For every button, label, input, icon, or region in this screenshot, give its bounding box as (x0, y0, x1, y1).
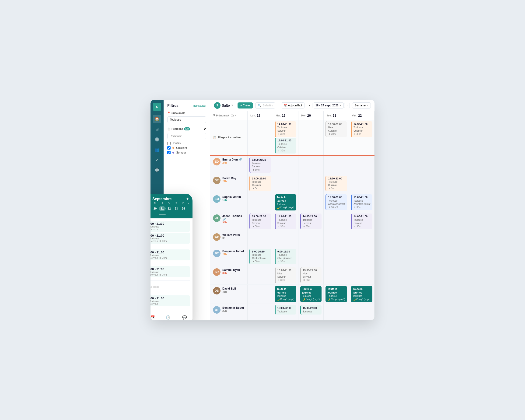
samuel-tue: 13:00-21:00 Nice Serveur ⏸ 30m (273, 266, 299, 284)
sidebar-icon-chat[interactable]: 💬 (153, 166, 161, 175)
mobile-shift-time-lun-1: 13:00 - 21:30 (150, 222, 188, 225)
mobile-nav-messager[interactable]: 💬 Messager (180, 315, 189, 320)
jacob-tue: 14:00-21:00 Toulouse Serveur ⏸ 30m (273, 212, 299, 231)
org-name: S Salto ∨ (214, 102, 233, 109)
prev-week-button[interactable]: ‹ (307, 103, 312, 108)
gaps-wed (299, 120, 324, 155)
sidebar-icon-check[interactable]: ✓ (153, 156, 161, 164)
sidebar-icon-clock[interactable]: 🕐 (153, 135, 161, 144)
employee-row-david: DB David Bell 35h Toute la journée Toulo… (210, 285, 375, 304)
sarah-wed (299, 174, 324, 193)
org-dropdown-icon[interactable]: ∨ (231, 104, 233, 107)
mobile-wnum-24[interactable]: 24 (180, 206, 187, 211)
mobile-day-mer: Mer 20 6h30 14:00 - 21:00 📍Toulouse 👥Ser… (150, 264, 190, 281)
next-week-button[interactable]: › (344, 103, 350, 108)
mobile-shift-mar-1[interactable]: 14:00 - 21:00 📍Toulouse 👥Serveur ⏸30m (150, 249, 190, 261)
desktop-app: S 🏠 ⊞ 🕐 👥 ✓ 💬 Filtres Réinitialiser 📍 Su… (150, 100, 375, 320)
positions-collapse[interactable]: ∨ (204, 127, 206, 131)
benjamin2-shift-wed[interactable]: 15:00-22:00 Toulouse (300, 305, 322, 314)
mobile-wnum-23[interactable]: 23 (173, 206, 180, 211)
mobile-day-lun: Lun 18 8h00 13:00 - 21:30 📍Toulouse 👥Ser… (150, 218, 190, 247)
sarah-mon: 13:00-21:00 Toulouse Cuisinier ⏸ 3m (248, 174, 273, 193)
gap-shift-thu[interactable]: 13:30-21:00 Nice Cuisinier ⏸ 30m (326, 121, 347, 137)
create-button[interactable]: + Créer (237, 103, 253, 109)
filter-checkbox-serveur[interactable] (167, 151, 170, 154)
samuel-fri (349, 266, 375, 284)
david-mon (248, 285, 273, 304)
nav-arrows: ‹ 18 - 24 sept. 2023 ∨ › (307, 103, 350, 109)
mobile-shift-ven-1[interactable]: 14:00 - 21:00 📍Toulouse 👥Serveur (150, 295, 190, 306)
samuel-shift-wed[interactable]: 13:00-21:00 Nice Serveur ⏸ 30m (300, 267, 322, 283)
jacob-shift-fri[interactable]: 14:00-21:00 Toulouse Serveur ⏸ 30m (351, 214, 372, 229)
mobile-nav-icon-messager: 💬 (182, 315, 187, 320)
filter-label-serveur: Serveur (176, 151, 186, 154)
employee-name-sophia: Sophia Martin (222, 195, 241, 199)
mobile-next-week[interactable]: › (188, 201, 189, 205)
employee-name-william: William Perez (222, 233, 240, 237)
employee-info-david: David Bell 35h (222, 287, 236, 293)
benjamin2-fri (349, 304, 375, 320)
gaps-fri: 14:30-21:00 Toulouse Cuisinier ⏸ 30m (349, 120, 375, 155)
mobile-indicator (150, 213, 193, 218)
mobile-wday-s: S (173, 202, 180, 205)
filter-checkbox-toutes[interactable] (167, 142, 170, 145)
mobile-nav-planning[interactable]: 📅 Planning (150, 315, 157, 320)
succursale-select[interactable]: Toulouse (167, 116, 206, 123)
david-shift-wed[interactable]: Toute la journée Toulouse 🌙 Congé (payé) (300, 286, 322, 302)
mobile-shift-lun-1[interactable]: 13:00 - 21:30 📍Toulouse 👥Serveur (150, 221, 190, 232)
emma-thu (324, 156, 349, 174)
filter-checkbox-cuisinier[interactable] (167, 146, 170, 149)
mobile-shift-role-mer-1: 👥Serveur ⏸30m (150, 273, 188, 276)
today-button[interactable]: 📅 Aujourd'hui (281, 103, 304, 109)
benjamin1-shift-tue[interactable]: 9:00-16:30 Toulouse Chef pâtissier ⏸ 30m (275, 249, 296, 264)
jacob-shift-wed[interactable]: 14:00-21:00 Toulouse Serveur ⏸ 30m (300, 214, 322, 229)
mobile-shift-lun-2[interactable]: 14:00 - 21:00 📍Toulouse 👥Serveur ⏸30m (150, 233, 190, 243)
jacob-shift-mon[interactable]: 13:00-21:30 Toulouse Serveur ⏸ 30m (249, 214, 271, 229)
gap-shift-tue-1[interactable]: 14:00-21:00 Toulouse Serveur ⏸ 30m (275, 121, 296, 137)
sidebar-icon-users[interactable]: 👥 (153, 146, 161, 154)
positions-search[interactable] (167, 133, 206, 139)
benjamin1-thu (324, 247, 349, 266)
benjamin2-thu (324, 304, 349, 320)
mobile-wnum-21[interactable]: 21 (159, 206, 166, 211)
dot-cuisinier (172, 147, 174, 149)
sort-header[interactable]: ⇅ Prénom (A - Z) ∨ (210, 111, 248, 120)
sarah-shift-thu[interactable]: 13:30-21:00 Toulouse Cuisinier ⏸ 3m (326, 176, 347, 191)
mobile-nav-icon-planning: 📅 (150, 315, 155, 320)
filters-title: Filtres (167, 104, 178, 108)
gap-shift-fri[interactable]: 14:30-21:00 Toulouse Cuisinier ⏸ 30m (351, 121, 372, 137)
sophia-shift-tue[interactable]: Toute la journée Toulouse 🌙 Congé (payé) (275, 194, 296, 210)
david-shift-thu[interactable]: Toute la journée Toulouse 🌙 Congé (payé) (326, 286, 347, 302)
emma-shift-mon[interactable]: 13:00-21:30 Toulouse Serveur ⏸ 30m (249, 157, 271, 173)
employee-cell-samuel: SR Samuel Ryan 32h (210, 266, 248, 284)
sarah-shift-mon[interactable]: 13:00-21:00 Toulouse Cuisinier ⏸ 3m (249, 176, 271, 191)
semaine-button[interactable]: Semaine ∨ (352, 103, 371, 109)
sarah-fri (349, 174, 375, 193)
sophia-shift-fri[interactable]: 15:00-21:00 Toulouse Assistant-gérant ⏸ … (351, 194, 372, 210)
sophia-shift-thu[interactable]: 15:00-21:00 Toulouse Assistant-gérant ⏸ … (326, 194, 347, 210)
filter-option-toutes: Toutes (167, 141, 206, 146)
gaps-thu: 13:30-21:00 Nice Cuisinier ⏸ 30m (324, 120, 349, 155)
jacob-shift-tue[interactable]: 14:00-21:00 Toulouse Serveur ⏸ 30m (275, 214, 296, 229)
mobile-nav-presences[interactable]: 🕐 Présences (163, 315, 173, 320)
gap-shift-tue-2[interactable]: 13:00-21:00 Toulouse Cuisinier ⏸ 30m (275, 138, 296, 153)
sidebar-icon-home[interactable]: 🏠 (153, 115, 161, 123)
david-shift-tue[interactable]: Toute la journée Toulouse 🌙 Congé (payé) (275, 286, 296, 302)
filter-label-toutes: Toutes (172, 142, 181, 145)
sidebar-icon-grid[interactable]: ⊞ (153, 125, 161, 133)
benjamin1-shift-mon[interactable]: 9:00-16:30 Toulouse Chef pâtissier ⏸ 30m (249, 249, 271, 264)
david-shift-fri[interactable]: Toute la journée Toulouse 🌙 Congé (payé) (351, 286, 372, 302)
filter-option-serveur: Serveur (167, 150, 206, 155)
positions-header: 📋 Positions 5 × ∨ (167, 127, 206, 131)
sophia-fri: 15:00-21:00 Toulouse Assistant-gérant ⏸ … (349, 193, 375, 212)
mobile-wnum-20[interactable]: 20 (152, 206, 159, 211)
samuel-shift-tue[interactable]: 13:00-21:00 Nice Serveur ⏸ 30m (275, 267, 296, 283)
mobile-week-nav: ‹ L M M J V S D › (150, 201, 193, 206)
reinitialiser-button[interactable]: Réinitialiser (193, 104, 206, 107)
mobile-wnum-22[interactable]: 22 (166, 206, 173, 211)
salaries-search[interactable]: 🔍 Salariés (255, 103, 275, 109)
mobile-no-shift-jeu: Aucune plage (150, 283, 159, 290)
mobile-shift-mer-1[interactable]: 14:00 - 21:00 📍Toulouse 👥Serveur ⏸30m (150, 266, 190, 277)
mobile-add-icon[interactable]: + (186, 196, 189, 201)
benjamin2-shift-tue[interactable]: 15:00-22:00 Toulouse (275, 305, 296, 314)
